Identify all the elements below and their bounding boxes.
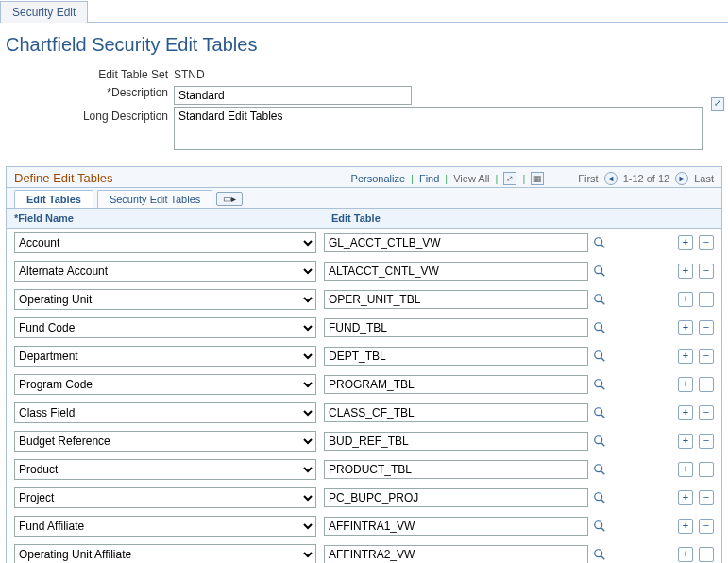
svg-line-1 bbox=[601, 245, 605, 248]
personalize-link[interactable]: Personalize bbox=[351, 173, 405, 184]
lookup-icon[interactable] bbox=[592, 547, 607, 562]
field-name-select[interactable]: Budget Reference bbox=[14, 431, 316, 452]
svg-point-0 bbox=[595, 238, 602, 246]
table-row: Class Field+− bbox=[7, 399, 721, 427]
nav-first-label[interactable]: First bbox=[578, 173, 598, 184]
lookup-icon[interactable] bbox=[592, 292, 607, 307]
delete-row-button[interactable]: − bbox=[699, 490, 714, 505]
field-name-select[interactable]: Operating Unit bbox=[14, 289, 316, 310]
table-row: Account+− bbox=[7, 229, 721, 257]
edit-table-input[interactable] bbox=[324, 460, 588, 479]
edit-table-input[interactable] bbox=[324, 403, 588, 422]
field-name-select[interactable]: Operating Unit Affiliate bbox=[14, 544, 316, 563]
svg-line-3 bbox=[601, 273, 605, 277]
edit-table-input[interactable] bbox=[324, 545, 588, 563]
svg-line-9 bbox=[601, 358, 605, 362]
delete-row-button[interactable]: − bbox=[699, 320, 714, 335]
long-description-textarea[interactable] bbox=[174, 107, 703, 150]
lookup-icon[interactable] bbox=[592, 434, 607, 449]
view-all-text[interactable]: View All bbox=[453, 173, 489, 184]
delete-row-button[interactable]: − bbox=[699, 264, 714, 279]
nav-last-label[interactable]: Last bbox=[694, 173, 714, 184]
delete-row-button[interactable]: − bbox=[699, 235, 714, 250]
define-edit-tables-grid: Define Edit Tables Personalize | Find | … bbox=[6, 166, 722, 563]
download-grid-icon[interactable]: ▦ bbox=[531, 172, 544, 185]
lookup-icon[interactable] bbox=[592, 235, 607, 250]
tab-security-edit-tables[interactable]: Security Edit Tables bbox=[97, 190, 212, 208]
delete-row-button[interactable]: − bbox=[699, 405, 714, 420]
lookup-icon[interactable] bbox=[592, 377, 607, 392]
add-row-button[interactable]: + bbox=[678, 405, 693, 420]
edit-table-input[interactable] bbox=[324, 375, 588, 394]
edit-table-input[interactable] bbox=[324, 318, 588, 337]
field-name-select[interactable]: Fund Affiliate bbox=[14, 516, 316, 537]
add-row-button[interactable]: + bbox=[678, 235, 693, 250]
description-input[interactable] bbox=[174, 86, 412, 105]
field-name-select[interactable]: Project bbox=[14, 487, 316, 508]
table-row: Alternate Account+− bbox=[7, 257, 721, 285]
edit-table-input[interactable] bbox=[324, 290, 588, 309]
add-row-button[interactable]: + bbox=[678, 519, 693, 534]
tab-security-edit[interactable]: Security Edit bbox=[0, 1, 88, 23]
field-name-select[interactable]: Class Field bbox=[14, 402, 316, 423]
svg-point-16 bbox=[595, 465, 602, 472]
add-row-button[interactable]: + bbox=[678, 434, 693, 449]
add-row-button[interactable]: + bbox=[678, 320, 693, 335]
tab-edit-tables[interactable]: Edit Tables bbox=[14, 190, 93, 208]
lookup-icon[interactable] bbox=[592, 405, 607, 420]
grid-title: Define Edit Tables bbox=[14, 171, 113, 185]
delete-row-button[interactable]: − bbox=[699, 434, 714, 449]
add-row-button[interactable]: + bbox=[678, 462, 693, 477]
zoom-icon[interactable]: ⤢ bbox=[711, 97, 724, 111]
add-row-button[interactable]: + bbox=[678, 264, 693, 279]
delete-row-button[interactable]: − bbox=[699, 547, 714, 562]
find-link[interactable]: Find bbox=[419, 173, 439, 184]
edit-table-input[interactable] bbox=[324, 488, 588, 507]
col-edit-table: Edit Table bbox=[324, 209, 665, 228]
col-field-name: *Field Name bbox=[7, 209, 324, 228]
lookup-icon[interactable] bbox=[592, 349, 607, 364]
add-row-button[interactable]: + bbox=[678, 547, 693, 562]
svg-line-7 bbox=[601, 330, 605, 333]
lookup-icon[interactable] bbox=[592, 462, 607, 477]
field-name-select[interactable]: Account bbox=[14, 232, 316, 253]
delete-row-button[interactable]: − bbox=[699, 292, 714, 307]
table-row: Department+− bbox=[7, 342, 721, 370]
edit-table-input[interactable] bbox=[324, 347, 588, 366]
svg-line-13 bbox=[601, 415, 605, 418]
lookup-icon[interactable] bbox=[592, 320, 607, 335]
edit-table-input[interactable] bbox=[324, 517, 588, 536]
add-row-button[interactable]: + bbox=[678, 349, 693, 364]
field-name-select[interactable]: Fund Code bbox=[14, 317, 316, 338]
lookup-icon[interactable] bbox=[592, 519, 607, 534]
field-name-select[interactable]: Department bbox=[14, 346, 316, 367]
svg-point-12 bbox=[595, 408, 602, 416]
delete-row-button[interactable]: − bbox=[699, 377, 714, 392]
field-name-select[interactable]: Product bbox=[14, 459, 316, 480]
add-row-button[interactable]: + bbox=[678, 490, 693, 505]
field-name-select[interactable]: Program Code bbox=[14, 374, 316, 395]
table-row: Fund Code+− bbox=[7, 314, 721, 342]
field-name-select[interactable]: Alternate Account bbox=[14, 261, 316, 282]
lookup-icon[interactable] bbox=[592, 490, 607, 505]
delete-row-button[interactable]: − bbox=[699, 462, 714, 477]
zoom-grid-icon[interactable]: ⤢ bbox=[503, 172, 516, 185]
show-all-columns-icon[interactable]: ▭▸ bbox=[216, 192, 243, 206]
delete-row-button[interactable]: − bbox=[699, 349, 714, 364]
svg-line-15 bbox=[601, 443, 605, 447]
svg-line-17 bbox=[601, 471, 605, 475]
table-row: Project+− bbox=[7, 484, 721, 512]
svg-point-2 bbox=[595, 266, 602, 274]
nav-next-icon[interactable]: ► bbox=[675, 172, 688, 185]
page-title: Chartfield Security Edit Tables bbox=[6, 34, 722, 56]
delete-row-button[interactable]: − bbox=[699, 519, 714, 534]
lookup-icon[interactable] bbox=[592, 264, 607, 279]
table-row: Program Code+− bbox=[7, 370, 721, 399]
add-row-button[interactable]: + bbox=[678, 292, 693, 307]
edit-table-input[interactable] bbox=[324, 233, 588, 252]
edit-table-input[interactable] bbox=[324, 432, 588, 451]
edit-table-input[interactable] bbox=[324, 262, 588, 281]
nav-prev-icon[interactable]: ◄ bbox=[604, 172, 618, 185]
svg-point-18 bbox=[595, 493, 602, 501]
add-row-button[interactable]: + bbox=[678, 377, 693, 392]
